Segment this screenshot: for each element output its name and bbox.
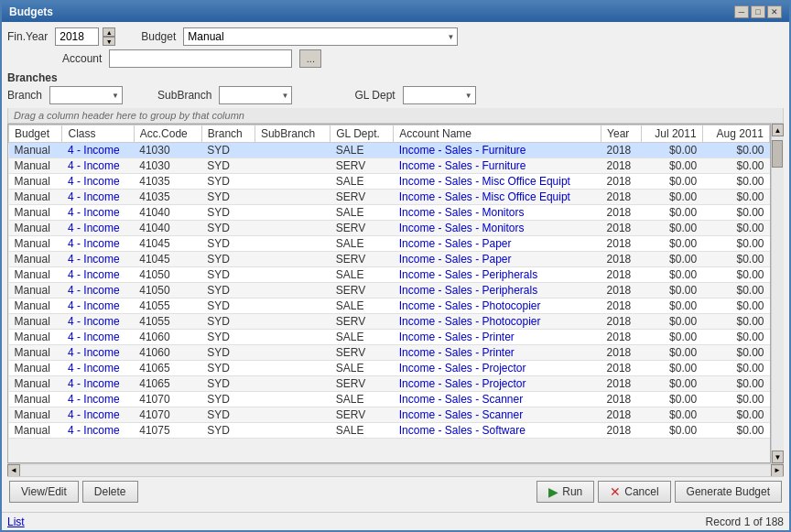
table-cell — [255, 174, 330, 190]
table-cell: SYD — [201, 299, 255, 314]
col-accountname[interactable]: Account Name — [394, 125, 601, 143]
table-cell: SYD — [201, 345, 255, 361]
table-cell: Manual — [9, 423, 62, 439]
table-row[interactable]: Manual4 - Income41055SYDSERVIncome - Sal… — [9, 314, 770, 330]
table-cell — [255, 252, 330, 267]
table-cell: $0.00 — [642, 330, 702, 345]
table-cell: 41065 — [134, 376, 201, 392]
table-row[interactable]: Manual4 - Income41060SYDSERVIncome - Sal… — [9, 345, 770, 361]
table-cell: $0.00 — [702, 345, 769, 361]
spin-up-button[interactable]: ▲ — [103, 27, 115, 37]
table-cell: $0.00 — [642, 283, 702, 299]
col-gldept[interactable]: GL Dept. — [330, 125, 394, 143]
table-cell: Income - Sales - Photocopier — [394, 299, 601, 314]
table-cell: $0.00 — [702, 252, 769, 267]
table-row[interactable]: Manual4 - Income41060SYDSALEIncome - Sal… — [9, 330, 770, 345]
cancel-button[interactable]: ✕ Cancel — [598, 481, 670, 503]
subbranch-select[interactable] — [219, 86, 292, 104]
col-branch[interactable]: Branch — [201, 125, 255, 143]
col-class[interactable]: Class — [62, 125, 134, 143]
table-cell: Income - Sales - Monitors — [394, 205, 601, 221]
table-row[interactable]: Manual4 - Income41040SYDSALEIncome - Sal… — [9, 205, 770, 221]
table-cell — [255, 283, 330, 299]
title-bar-buttons: ─ □ ✕ — [734, 5, 782, 18]
fin-year-group: ▲ ▼ — [55, 27, 115, 46]
table-row[interactable]: Manual4 - Income41055SYDSALEIncome - Sal… — [9, 299, 770, 314]
run-button[interactable]: ▶ Run — [536, 481, 594, 503]
generate-budget-button[interactable]: Generate Budget — [675, 481, 782, 503]
table-row[interactable]: Manual4 - Income41040SYDSERVIncome - Sal… — [9, 221, 770, 236]
table-cell: 4 - Income — [62, 314, 134, 330]
table-row[interactable]: Manual4 - Income41050SYDSALEIncome - Sal… — [9, 267, 770, 283]
table-row[interactable]: Manual4 - Income41050SYDSERVIncome - Sal… — [9, 283, 770, 299]
gldept-select[interactable] — [403, 86, 476, 104]
table-row[interactable]: Manual4 - Income41075SYDSALEIncome - Sal… — [9, 423, 770, 439]
scroll-down-button[interactable]: ▼ — [772, 451, 784, 463]
table-cell: $0.00 — [642, 423, 702, 439]
account-input[interactable] — [109, 49, 292, 68]
table-cell: Income - Sales - Peripherals — [394, 283, 601, 299]
h-scroll-left-button[interactable]: ◄ — [7, 464, 20, 477]
close-button[interactable]: ✕ — [767, 5, 782, 18]
h-scroll-track[interactable] — [20, 465, 771, 476]
col-aug2011[interactable]: Aug 2011 — [702, 125, 769, 143]
table-row[interactable]: Manual4 - Income41045SYDSERVIncome - Sal… — [9, 252, 770, 267]
list-link[interactable]: List — [7, 516, 25, 528]
table-cell: 2018 — [601, 392, 642, 407]
spin-down-button[interactable]: ▼ — [103, 37, 115, 46]
table-cell: 4 - Income — [62, 299, 134, 314]
table-row[interactable]: Manual4 - Income41030SYDSALEIncome - Sal… — [9, 143, 770, 158]
table-cell — [255, 143, 330, 158]
table-cell: $0.00 — [702, 221, 769, 236]
table-cell: 2018 — [601, 143, 642, 158]
table-row[interactable]: Manual4 - Income41035SYDSALEIncome - Sal… — [9, 174, 770, 190]
grid-scroll[interactable]: Budget Class Acc.Code Branch SubBranch G… — [8, 125, 770, 462]
table-row[interactable]: Manual4 - Income41030SYDSERVIncome - Sal… — [9, 158, 770, 174]
table-row[interactable]: Manual4 - Income41045SYDSALEIncome - Sal… — [9, 236, 770, 252]
table-cell: SERV — [330, 407, 394, 423]
table-cell: Manual — [9, 376, 62, 392]
branch-select[interactable] — [49, 86, 123, 104]
table-row[interactable]: Manual4 - Income41070SYDSERVIncome - Sal… — [9, 407, 770, 423]
table-row[interactable]: Manual4 - Income41065SYDSALEIncome - Sal… — [9, 361, 770, 376]
window-title: Budgets — [9, 5, 53, 18]
table-cell: SYD — [201, 314, 255, 330]
table-cell: SALE — [330, 392, 394, 407]
budget-select[interactable]: Manual — [183, 27, 458, 46]
col-acccode[interactable]: Acc.Code — [134, 125, 201, 143]
table-cell: $0.00 — [642, 190, 702, 205]
table-cell: $0.00 — [642, 143, 702, 158]
minimize-button[interactable]: ─ — [734, 5, 749, 18]
h-scroll-right-button[interactable]: ► — [771, 464, 784, 477]
budget-select-wrapper: Manual — [183, 27, 458, 46]
scroll-thumb[interactable] — [772, 140, 783, 168]
table-cell: SERV — [330, 314, 394, 330]
account-ellipsis-button[interactable]: ... — [299, 49, 321, 68]
view-edit-button[interactable]: View/Edit — [9, 481, 79, 503]
scroll-up-button[interactable]: ▲ — [772, 124, 784, 136]
table-row[interactable]: Manual4 - Income41070SYDSALEIncome - Sal… — [9, 392, 770, 407]
restore-button[interactable]: □ — [751, 5, 765, 18]
table-cell: $0.00 — [642, 376, 702, 392]
delete-button[interactable]: Delete — [82, 481, 138, 503]
table-cell: 4 - Income — [62, 143, 134, 158]
table-cell: SALE — [330, 205, 394, 221]
col-subbranch[interactable]: SubBranch — [255, 125, 330, 143]
table-row[interactable]: Manual4 - Income41035SYDSERVIncome - Sal… — [9, 190, 770, 205]
table-cell: 41075 — [134, 423, 201, 439]
table-cell: 4 - Income — [62, 392, 134, 407]
table-cell: 4 - Income — [62, 423, 134, 439]
fin-year-input[interactable] — [55, 27, 99, 46]
table-cell: 2018 — [601, 314, 642, 330]
col-jul2011[interactable]: Jul 2011 — [642, 125, 702, 143]
budgets-window: Budgets ─ □ ✕ Fin.Year ▲ ▼ Budget Manual — [0, 0, 791, 532]
table-cell: Manual — [9, 299, 62, 314]
cancel-icon: ✕ — [610, 484, 621, 499]
table-cell: SYD — [201, 190, 255, 205]
table-cell — [255, 205, 330, 221]
col-budget[interactable]: Budget — [9, 125, 62, 143]
table-row[interactable]: Manual4 - Income41065SYDSERVIncome - Sal… — [9, 376, 770, 392]
table-cell: $0.00 — [702, 158, 769, 174]
scroll-track[interactable] — [772, 136, 784, 451]
col-year[interactable]: Year — [601, 125, 642, 143]
